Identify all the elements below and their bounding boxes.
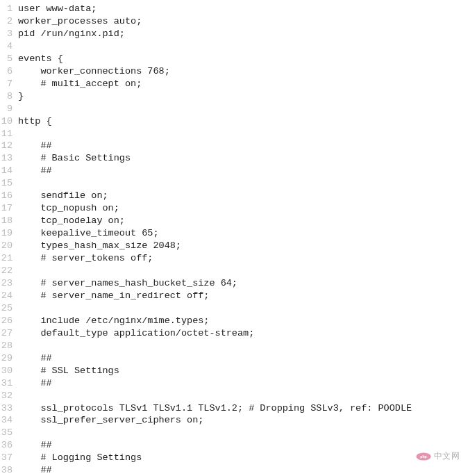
code-line: 25 (0, 302, 468, 315)
code-line: 8} (0, 90, 468, 103)
code-line: 23 # server_names_hash_bucket_size 64; (0, 277, 468, 290)
line-content: ssl_protocols TLSv1 TLSv1.1 TLSv1.2; # D… (18, 402, 412, 415)
line-content: ## (18, 377, 52, 390)
line-number: 3 (0, 28, 18, 40)
line-number: 13 (0, 152, 18, 165)
line-number: 8 (0, 90, 18, 103)
line-content: # server_names_hash_bucket_size 64; (18, 277, 237, 290)
line-number: 10 (0, 115, 18, 128)
line-number: 22 (0, 265, 18, 277)
line-content: tcp_nopush on; (18, 202, 119, 215)
line-content: # multi_accept on; (18, 78, 142, 90)
line-content: ## (18, 464, 52, 476)
line-content: ssl_prefer_server_ciphers on; (18, 414, 203, 427)
line-number: 30 (0, 365, 18, 377)
code-line: 35 (0, 427, 468, 439)
line-content: user www-data; (18, 3, 97, 15)
code-line: 6 worker_connections 768; (0, 65, 468, 78)
line-content: # Logging Settings (18, 452, 142, 464)
line-number: 14 (0, 165, 18, 177)
code-line: 31 ## (0, 377, 468, 390)
code-line: 32 (0, 390, 468, 402)
line-content: keepalive_timeout 65; (18, 227, 159, 240)
line-content: # server_tokens off; (18, 252, 153, 265)
line-number: 19 (0, 227, 18, 240)
code-line: 21 # server_tokens off; (0, 252, 468, 265)
line-number: 1 (0, 3, 18, 15)
line-number: 6 (0, 65, 18, 78)
line-number: 28 (0, 340, 18, 352)
line-number: 15 (0, 177, 18, 190)
line-number: 16 (0, 190, 18, 202)
code-line: 29 ## (0, 352, 468, 365)
line-content: } (18, 90, 24, 103)
line-number: 34 (0, 414, 18, 427)
line-number: 35 (0, 427, 18, 439)
line-content: http { (18, 115, 52, 128)
line-number: 33 (0, 402, 18, 415)
code-line: 19 keepalive_timeout 65; (0, 227, 468, 240)
code-line: 13 # Basic Settings (0, 152, 468, 165)
code-line: 28 (0, 340, 468, 352)
code-line: 18 tcp_nodelay on; (0, 215, 468, 227)
line-number: 7 (0, 78, 18, 90)
code-line: 1user www-data; (0, 3, 468, 15)
line-content: ## (18, 140, 52, 152)
code-line: 30 # SSL Settings (0, 365, 468, 377)
line-content: # server_name_in_redirect off; (18, 290, 209, 302)
code-line: 16 sendfile on; (0, 190, 468, 202)
code-line: 2worker_processes auto; (0, 15, 468, 28)
code-block: 1user www-data;2worker_processes auto;3p… (0, 3, 468, 476)
code-line: 36 ## (0, 439, 468, 452)
code-line: 7 # multi_accept on; (0, 78, 468, 90)
watermark-text: 中文网 (434, 451, 460, 462)
code-line: 38 ## (0, 464, 468, 476)
line-content: pid /run/nginx.pid; (18, 28, 125, 40)
line-content: ## (18, 439, 52, 452)
line-number: 23 (0, 277, 18, 290)
line-number: 38 (0, 464, 18, 476)
code-line: 33 ssl_protocols TLSv1 TLSv1.1 TLSv1.2; … (0, 402, 468, 415)
code-line: 34 ssl_prefer_server_ciphers on; (0, 414, 468, 427)
code-line: 15 (0, 177, 468, 190)
line-number: 4 (0, 40, 18, 53)
svg-text:php: php (420, 454, 426, 459)
line-content: tcp_nodelay on; (18, 215, 125, 227)
line-number: 2 (0, 15, 18, 28)
code-line: 26 include /etc/nginx/mime.types; (0, 315, 468, 327)
line-number: 32 (0, 390, 18, 402)
line-number: 31 (0, 377, 18, 390)
code-line: 3pid /run/nginx.pid; (0, 28, 468, 40)
line-content: include /etc/nginx/mime.types; (18, 315, 209, 327)
watermark: php 中文网 (416, 451, 460, 462)
code-line: 9 (0, 103, 468, 115)
line-number: 36 (0, 439, 18, 452)
code-line: 4 (0, 40, 468, 53)
line-number: 21 (0, 252, 18, 265)
line-number: 27 (0, 327, 18, 340)
line-content: worker_processes auto; (18, 15, 142, 28)
line-content: worker_connections 768; (18, 65, 170, 78)
code-line: 11 (0, 128, 468, 140)
code-line: 24 # server_name_in_redirect off; (0, 290, 468, 302)
line-number: 29 (0, 352, 18, 365)
line-number: 11 (0, 128, 18, 140)
line-number: 25 (0, 302, 18, 315)
line-number: 17 (0, 202, 18, 215)
line-number: 37 (0, 452, 18, 464)
line-content: ## (18, 352, 52, 365)
line-content: # SSL Settings (18, 365, 119, 377)
line-content: events { (18, 53, 63, 65)
line-number: 24 (0, 290, 18, 302)
line-content: default_type application/octet-stream; (18, 327, 254, 340)
line-content: ## (18, 165, 52, 177)
line-number: 5 (0, 53, 18, 65)
code-line: 20 types_hash_max_size 2048; (0, 240, 468, 252)
code-line: 27 default_type application/octet-stream… (0, 327, 468, 340)
line-content: sendfile on; (18, 190, 108, 202)
line-number: 18 (0, 215, 18, 227)
code-line: 10http { (0, 115, 468, 128)
line-content: # Basic Settings (18, 152, 131, 165)
line-number: 9 (0, 103, 18, 115)
code-line: 12 ## (0, 140, 468, 152)
